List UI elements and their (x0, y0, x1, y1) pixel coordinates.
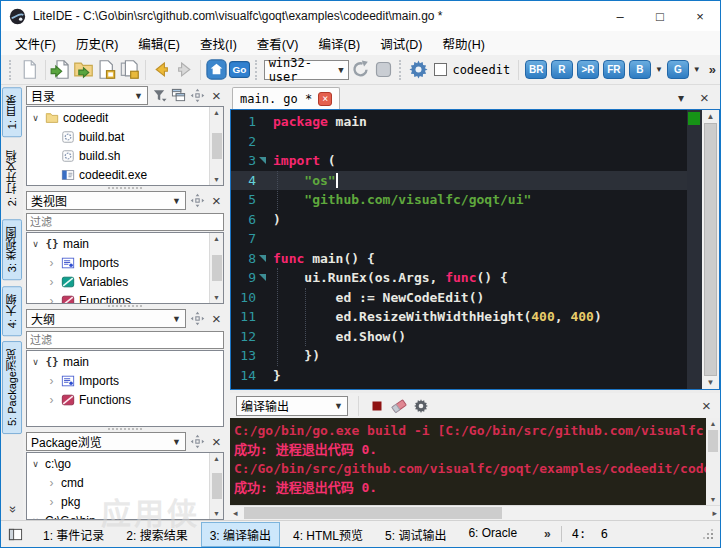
close-icon[interactable]: × (209, 311, 224, 326)
tree-view[interactable]: ∨c:\go›cmd›pkg∨C:\Go\bin▲▼ (26, 452, 224, 520)
tree-view[interactable]: ∨{}main›Imports›Functions (26, 350, 224, 427)
tree-scrollbar[interactable]: ▲▼ (209, 233, 223, 303)
tree-item[interactable]: ∨{}main (27, 234, 223, 253)
collapse-chevron-icon[interactable]: › (46, 294, 57, 305)
tree-item[interactable]: ›cmd (27, 473, 223, 492)
status-tab[interactable]: 6: Oracle (459, 522, 526, 547)
scroll-left-icon[interactable]: ◂ (233, 508, 238, 518)
reload-icon[interactable] (350, 59, 371, 80)
output-hscrollbar[interactable]: ◂ ▸ (230, 505, 720, 520)
scrollbar-thumb[interactable] (708, 430, 718, 452)
tree-item[interactable]: codeedit.exe (27, 165, 223, 184)
status-overflow[interactable]: » (544, 527, 551, 541)
dropdown-arrow-icon[interactable]: ▼ (655, 65, 663, 74)
tree-item[interactable]: build.bat (27, 127, 223, 146)
gear-dark-icon[interactable] (413, 398, 429, 414)
scroll-up-icon[interactable]: ▲ (213, 235, 220, 242)
panel-combo[interactable]: Package浏览▼ (26, 432, 186, 451)
status-tab[interactable]: 4: HTML预览 (284, 522, 372, 547)
close-icon[interactable]: × (699, 398, 714, 413)
scroll-down-icon[interactable]: ▼ (213, 294, 220, 301)
build-env-combo[interactable]: win32-user▼ (264, 60, 349, 80)
scroll-up-icon[interactable]: ▲ (707, 112, 715, 121)
tab-close-icon[interactable]: × (318, 92, 332, 106)
tree-item[interactable]: ∨C:\Go\bin (27, 511, 223, 520)
tree-scrollbar[interactable]: ▲▼ (209, 107, 223, 185)
cascade-icon[interactable] (171, 88, 186, 103)
tree-item[interactable]: ›Functions (27, 390, 223, 409)
collapse-chevron-icon[interactable]: › (46, 393, 57, 407)
panel-combo[interactable]: 大纲▼ (26, 309, 186, 328)
collapse-side-tabs[interactable]: « (4, 506, 19, 513)
close-button[interactable]: × (680, 1, 720, 31)
tree-item[interactable]: ∨c:\go (27, 454, 223, 473)
side-tab[interactable]: 2: 打开文档 (2, 142, 22, 214)
maximize-button[interactable]: □ (640, 1, 680, 31)
dock-icon[interactable] (190, 193, 205, 208)
close-icon[interactable]: × (697, 90, 712, 105)
scroll-down-icon[interactable]: ▼ (213, 510, 220, 517)
menu-item[interactable]: 查看(V) (247, 31, 309, 56)
gear-icon[interactable] (408, 59, 429, 80)
panel-combo[interactable]: 目录▼ (26, 86, 148, 105)
filter-icon[interactable] (152, 88, 167, 103)
build-button-g[interactable]: G (667, 60, 689, 79)
tree-item[interactable]: ∨codeedit (27, 108, 223, 127)
status-tab[interactable]: 2: 搜索结果 (117, 522, 196, 547)
build-button-fr[interactable]: FR (603, 60, 625, 79)
collapse-chevron-icon[interactable]: › (46, 374, 57, 388)
target-checkbox[interactable] (434, 63, 447, 76)
collapse-chevron-icon[interactable]: › (46, 495, 57, 509)
build-button-gtr[interactable]: >R (577, 60, 599, 79)
collapse-chevron-icon[interactable]: › (46, 275, 57, 289)
collapse-chevron-icon[interactable]: › (46, 476, 57, 490)
eraser-icon[interactable] (391, 398, 407, 414)
stop-icon[interactable] (373, 59, 394, 80)
scrollbar-thumb[interactable] (212, 255, 222, 281)
dropdown-arrow-icon[interactable]: ▼ (693, 65, 701, 74)
filter-input[interactable] (26, 331, 224, 349)
toolbar-grip[interactable] (399, 60, 404, 80)
editor-tab-main-go[interactable]: main. go * × (232, 87, 340, 109)
dock-icon[interactable] (190, 88, 205, 103)
open-folder-icon[interactable] (73, 59, 94, 80)
dock-icon[interactable] (190, 434, 205, 449)
forward-icon[interactable] (174, 59, 195, 80)
scroll-up-icon[interactable]: ▲ (213, 109, 220, 116)
scrollbar-thumb[interactable] (704, 123, 717, 376)
menu-item[interactable]: 调试(D) (370, 31, 432, 56)
code-area[interactable]: package mainimport ( "os" "github.com/vi… (267, 110, 687, 389)
status-tab[interactable]: 3: 编译输出 (201, 522, 280, 547)
toolbar-grip[interactable] (255, 60, 260, 80)
expand-icon[interactable]: ∨ (30, 113, 41, 123)
close-icon[interactable]: × (209, 88, 224, 103)
scroll-down-icon[interactable]: ▼ (213, 176, 220, 183)
chevron-down-icon[interactable]: ▾ (675, 92, 687, 104)
fold-marker-icon[interactable] (259, 157, 266, 164)
tree-scrollbar[interactable]: ▲▼ (209, 453, 223, 519)
status-tab[interactable]: 1: 事件记录 (34, 522, 113, 547)
expand-icon[interactable]: ∨ (30, 239, 41, 249)
menu-item[interactable]: 帮助(H) (433, 31, 495, 56)
scroll-right-icon[interactable]: ▸ (712, 508, 717, 518)
scroll-up-icon[interactable]: ▲ (710, 420, 717, 427)
menu-item[interactable]: 编辑(E) (128, 31, 190, 56)
tree-item[interactable]: ›pkg (27, 492, 223, 511)
back-icon[interactable] (151, 59, 172, 80)
tree-item[interactable]: build.sh (27, 146, 223, 165)
stop-red-icon[interactable] (369, 398, 385, 414)
minimize-button[interactable]: – (600, 1, 640, 31)
expand-icon[interactable]: ∨ (30, 357, 41, 367)
scroll-up-icon[interactable]: ▲ (213, 455, 220, 462)
menu-item[interactable]: 编译(B) (308, 31, 370, 56)
dock-icon[interactable] (190, 311, 205, 326)
tree-item[interactable]: ›Imports (27, 253, 223, 272)
build-button-br[interactable]: BR (525, 60, 547, 79)
resize-grip[interactable] (702, 528, 714, 540)
tree-item[interactable]: ∨{}main (27, 352, 223, 371)
scrollbar-thumb[interactable] (212, 133, 222, 159)
save-file-icon[interactable] (96, 59, 117, 80)
close-icon[interactable]: × (209, 193, 224, 208)
code-editor[interactable]: 1234567891011121314 package mainimport (… (230, 109, 720, 390)
fold-marker-icon[interactable] (259, 255, 266, 262)
